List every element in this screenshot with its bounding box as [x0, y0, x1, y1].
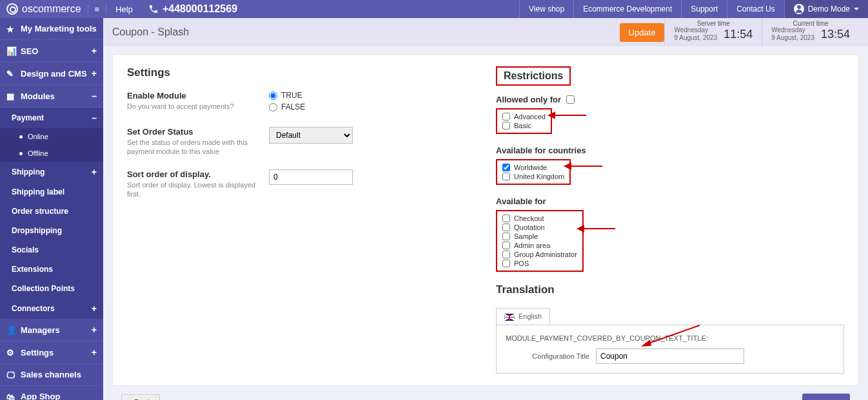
settings-heading: Settings [127, 66, 477, 79]
translation-tab-english[interactable]: English [496, 308, 550, 325]
uk-checkbox[interactable] [502, 173, 510, 180]
nav-payment-offline[interactable]: Offline [0, 145, 103, 162]
brand-logo[interactable]: oscommerce [0, 3, 88, 15]
arrow-annotation-icon [547, 109, 586, 122]
plus-icon: + [92, 167, 97, 177]
current-time-label: Current time [762, 20, 859, 27]
admin-area-checkbox[interactable] [502, 242, 510, 249]
uk-flag-icon [504, 314, 515, 321]
phone-number: +448000112569 [163, 3, 237, 15]
svg-marker-7 [641, 339, 651, 347]
nav-label: Collection Points [12, 284, 75, 293]
pos-checkbox[interactable] [502, 260, 510, 267]
uk-label: United Kingdom [514, 173, 564, 180]
arrow-annotation-icon [564, 160, 602, 173]
nav-design-cms[interactable]: ✎Design and CMS+ [0, 62, 103, 85]
current-date: 9 August, 2023 [771, 34, 814, 42]
page-title: Coupon - Splash [112, 26, 189, 38]
allowed-only-for-checkbox[interactable] [566, 95, 575, 104]
enable-module-title: Enable Module [127, 91, 269, 100]
nav-label: Payment [12, 113, 44, 122]
main-area: Coupon - Splash Update Server time Wedne… [103, 18, 868, 400]
server-day: Wednesday [674, 26, 717, 34]
advanced-label: Advanced [514, 113, 546, 120]
nav-modules[interactable]: ▦Modules– [0, 85, 103, 108]
svg-marker-5 [577, 225, 584, 233]
nav-extensions[interactable]: Extensions [0, 260, 103, 279]
title-bar: Coupon - Splash Update Server time Wedne… [103, 18, 868, 46]
view-shop-link[interactable]: View shop [519, 0, 573, 18]
plus-icon: + [92, 325, 97, 335]
menu-toggle[interactable]: ≡ [88, 5, 107, 14]
current-day: Wednesday [771, 26, 814, 34]
restrictions-heading: Restrictions [496, 66, 571, 86]
nav-socials[interactable]: Socials [0, 240, 103, 260]
nav-shipping[interactable]: Shipping+ [0, 162, 103, 182]
true-label: TRUE [281, 91, 302, 100]
sidebar: ★My Marketing tools 📊SEO+ ✎Design and CM… [0, 18, 103, 400]
sample-checkbox[interactable] [502, 233, 510, 240]
server-time-label: Server time [665, 20, 762, 27]
config-title-input[interactable] [596, 348, 744, 364]
advanced-checkbox[interactable] [502, 113, 510, 120]
nav-label: Dropshipping [12, 226, 62, 235]
minus-icon: – [92, 113, 97, 123]
phone-link[interactable]: +448000112569 [142, 3, 244, 15]
nav-label: Managers [21, 325, 60, 335]
settings-panel: Settings Enable Module Do you want to ac… [112, 54, 859, 386]
enable-true-radio[interactable] [269, 91, 277, 100]
nav-dropshipping[interactable]: Dropshipping [0, 221, 103, 240]
nav-label: Online [28, 133, 48, 140]
svg-line-6 [645, 325, 700, 345]
nav-label: Order structure [12, 207, 68, 216]
nav-seo[interactable]: 📊SEO+ [0, 40, 103, 62]
nav-label: Connectors [12, 304, 55, 313]
server-time: 11:54 [724, 28, 753, 41]
nav-app-shop[interactable]: 🛍App Shop [0, 386, 103, 400]
nav-payment[interactable]: Payment– [0, 108, 103, 128]
nav-order-structure[interactable]: Order structure [0, 202, 103, 221]
enable-false-radio[interactable] [269, 103, 277, 111]
nav-shipping-label[interactable]: Shipping label [0, 182, 103, 202]
nav-marketing-tools[interactable]: ★My Marketing tools [0, 18, 103, 40]
group-admin-checkbox[interactable] [502, 251, 510, 258]
nav-connectors[interactable]: Connectors+ [0, 298, 103, 319]
nav-label: SEO [21, 46, 38, 56]
available-countries-label: Available for countries [496, 146, 844, 155]
update-button-bottom[interactable]: Update [802, 394, 850, 400]
plus-icon: + [92, 46, 97, 56]
nav-payment-online[interactable]: Online [0, 128, 103, 145]
ecommerce-dev-link[interactable]: Ecommerce Development [573, 0, 681, 18]
nav-collection-points[interactable]: Collection Points [0, 279, 103, 298]
sort-order-input[interactable] [269, 169, 353, 185]
nav-managers[interactable]: 👤Managers+ [0, 319, 103, 341]
worldwide-label: Worldwide [514, 164, 547, 171]
group-admin-label: Group Administrator [514, 251, 577, 258]
demo-mode-label: Demo Mode [808, 5, 850, 14]
demo-mode-menu[interactable]: Demo Mode [784, 0, 868, 18]
back-button[interactable]: Back [121, 394, 160, 400]
brand-text: oscommerce [22, 3, 81, 15]
admin-area-label: Admin area [514, 242, 550, 249]
allowed-only-for-label: Allowed only for [496, 95, 561, 104]
basic-checkbox[interactable] [502, 122, 510, 129]
checkout-checkbox[interactable] [502, 214, 510, 222]
nav-label: Shipping label [12, 187, 64, 196]
contact-us-link[interactable]: Contact Us [727, 0, 784, 18]
quotation-checkbox[interactable] [502, 224, 510, 231]
logo-icon [6, 3, 18, 15]
nav-label: App Shop [21, 392, 60, 400]
support-link[interactable]: Support [681, 0, 727, 18]
nav-sales-channels[interactable]: 🖵Sales channels [0, 364, 103, 386]
update-button[interactable]: Update [620, 23, 665, 42]
plus-icon: + [92, 347, 97, 357]
worldwide-checkbox[interactable] [502, 164, 510, 171]
top-bar: oscommerce ≡ Help +448000112569 View sho… [0, 0, 868, 18]
order-status-select[interactable]: Default [269, 127, 353, 144]
help-link[interactable]: Help [106, 5, 142, 14]
sample-label: Sample [514, 233, 538, 240]
nav-settings[interactable]: ⚙Settings+ [0, 341, 103, 364]
basic-label: Basic [514, 122, 531, 129]
available-for-label: Available for [496, 196, 844, 206]
svg-marker-3 [564, 162, 571, 170]
